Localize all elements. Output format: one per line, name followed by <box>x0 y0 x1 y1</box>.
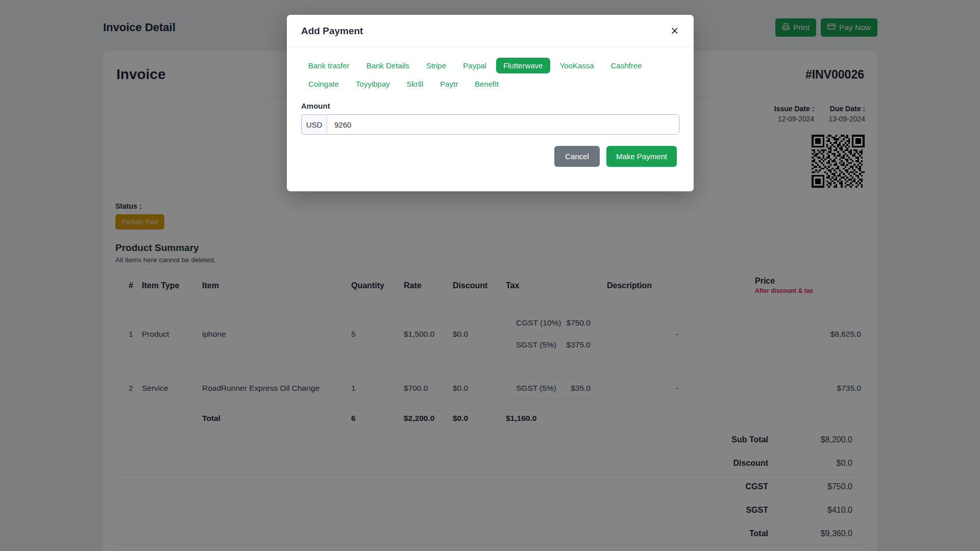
amount-label: Amount <box>301 102 679 110</box>
modal-header: Add Payment × <box>287 15 694 47</box>
tab-coingate[interactable]: Coingate <box>301 76 346 92</box>
modal-footer: Cancel Make Payment <box>287 135 694 191</box>
tab-bank-details[interactable]: Bank Details <box>359 58 416 73</box>
make-payment-button[interactable]: Make Payment <box>606 146 677 167</box>
amount-block: Amount USD <box>287 92 694 135</box>
amount-input-group: USD <box>301 114 679 135</box>
add-payment-modal: Add Payment × Bank trasfer Bank Details … <box>287 15 694 191</box>
tab-toyyibpay[interactable]: Toyyibpay <box>349 76 397 92</box>
currency-addon: USD <box>302 115 327 134</box>
close-icon[interactable]: × <box>670 24 679 37</box>
cancel-button[interactable]: Cancel <box>554 146 600 167</box>
tab-flutterwave[interactable]: Flutterwave <box>496 58 550 73</box>
tab-bank-trasfer[interactable]: Bank trasfer <box>301 58 357 73</box>
tab-cashfree[interactable]: Cashfree <box>604 58 649 73</box>
tab-benefit[interactable]: Benefit <box>468 76 506 92</box>
tab-skrill[interactable]: Skrill <box>400 76 431 92</box>
payment-method-tabs: Bank trasfer Bank Details Stripe Paypal … <box>287 47 694 92</box>
modal-title: Add Payment <box>301 26 363 37</box>
tab-paytr[interactable]: Paytr <box>433 76 465 92</box>
tab-paypal[interactable]: Paypal <box>456 58 494 73</box>
tab-yookassa[interactable]: YooKassa <box>553 58 601 73</box>
amount-input[interactable] <box>327 115 679 134</box>
tab-stripe[interactable]: Stripe <box>419 58 453 73</box>
